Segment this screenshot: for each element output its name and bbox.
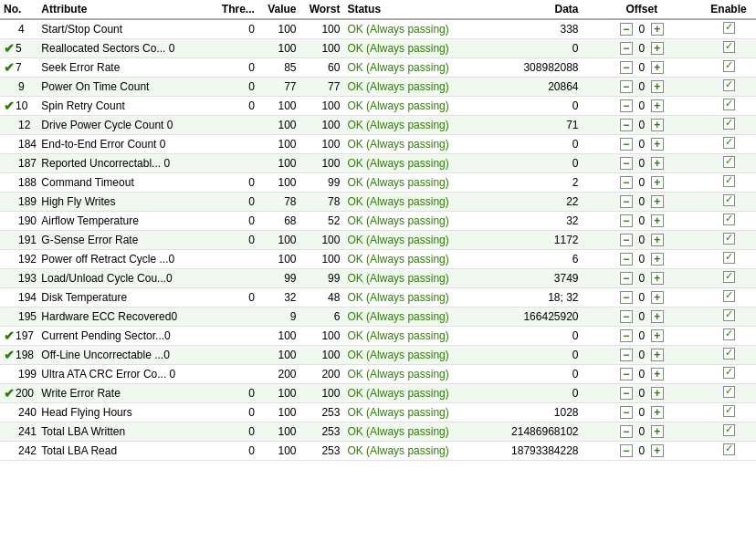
enable-checkbox[interactable] [723,443,735,455]
enable-checkbox[interactable] [723,233,735,245]
offset-minus-button[interactable]: − [620,195,633,208]
enable-checkbox[interactable] [723,99,735,110]
offset-minus-button[interactable]: − [620,119,633,131]
row-value: 77 [258,78,300,97]
offset-minus-button[interactable]: − [620,176,633,189]
offset-minus-button[interactable]: − [620,157,633,170]
row-number: 190 [4,214,37,227]
row-threshold: 0 [215,422,258,442]
table-row: ✔10Spin Retry Count0100100OK (Always pas… [0,97,756,116]
enable-checkbox[interactable] [723,156,735,168]
offset-minus-button[interactable]: − [620,349,633,361]
offset-plus-button[interactable]: + [651,272,664,285]
row-offset-cell: − 0 + [583,346,702,365]
offset-plus-button[interactable]: + [651,253,664,266]
row-attribute: Off-Line Uncorrectable ...0 [37,346,215,365]
offset-plus-button[interactable]: + [651,291,664,304]
offset-minus-button[interactable]: − [620,42,633,55]
enable-checkbox[interactable] [723,175,735,187]
row-worst: 48 [300,288,344,307]
offset-plus-button[interactable]: + [651,349,664,361]
enable-checkbox[interactable] [723,79,735,91]
offset-plus-button[interactable]: + [651,310,664,323]
row-offset-cell: − 0 + [583,97,702,116]
offset-minus-button[interactable]: − [620,444,633,457]
offset-plus-button[interactable]: + [651,119,664,131]
offset-plus-button[interactable]: + [651,99,664,112]
offset-plus-button[interactable]: + [651,80,664,93]
offset-plus-button[interactable]: + [651,234,664,246]
offset-plus-button[interactable]: + [651,42,664,55]
enable-checkbox[interactable] [723,348,735,360]
row-value: 78 [258,193,300,212]
row-data: 1028 [473,403,583,422]
offset-minus-button[interactable]: − [620,99,633,112]
offset-plus-button[interactable]: + [651,425,664,438]
offset-minus-button[interactable]: − [620,253,633,266]
offset-minus-button[interactable]: − [620,80,633,93]
row-number: 188 [4,176,37,189]
offset-minus-button[interactable]: − [620,138,633,151]
offset-plus-button[interactable]: + [651,444,664,457]
row-number: 9 [4,80,25,93]
enable-checkbox[interactable] [723,118,735,130]
offset-minus-button[interactable]: − [620,310,633,323]
offset-plus-button[interactable]: + [651,329,664,342]
offset-plus-button[interactable]: + [651,138,664,151]
offset-value: 0 [635,99,649,112]
row-number-cell: ✔197 [0,327,37,346]
offset-plus-button[interactable]: + [651,157,664,170]
enable-checkbox[interactable] [723,424,735,436]
offset-value: 0 [635,406,649,419]
offset-minus-button[interactable]: − [620,234,633,246]
row-data: 0 [473,39,583,58]
table-row: 240Head Flying Hours0100253OK (Always pa… [0,403,756,422]
enable-checkbox[interactable] [723,405,735,417]
offset-minus-button[interactable]: − [620,368,633,380]
table-row: 190Airflow Temperature06852OK (Always pa… [0,212,756,231]
enable-checkbox[interactable] [723,252,735,264]
enable-checkbox[interactable] [723,309,735,321]
offset-plus-button[interactable]: + [651,61,664,74]
table-row: 187Reported Uncorrectabl... 0100100OK (A… [0,154,756,173]
header-offset: Offset [583,0,702,19]
row-attribute: Write Error Rate [37,384,215,403]
row-status: OK (Always passing) [343,288,472,307]
enable-checkbox[interactable] [723,367,735,379]
offset-plus-button[interactable]: + [651,23,664,36]
enable-checkbox[interactable] [723,41,735,53]
offset-minus-button[interactable]: − [620,61,633,74]
offset-plus-button[interactable]: + [651,214,664,227]
enable-checkbox[interactable] [723,137,735,149]
offset-minus-button[interactable]: − [620,406,633,419]
offset-plus-button[interactable]: + [651,406,664,419]
row-number-cell: 189 [0,193,37,212]
enable-checkbox[interactable] [723,328,735,340]
enable-checkbox[interactable] [723,22,735,34]
offset-minus-button[interactable]: − [620,23,633,36]
enable-checkbox[interactable] [723,271,735,283]
enable-checkbox[interactable] [723,60,735,72]
offset-value: 0 [635,138,649,151]
offset-minus-button[interactable]: − [620,329,633,342]
offset-minus-button[interactable]: − [620,425,633,438]
offset-plus-button[interactable]: + [651,387,664,400]
offset-minus-button[interactable]: − [620,272,633,285]
enable-checkbox[interactable] [723,194,735,206]
enable-checkbox[interactable] [723,290,735,302]
row-enable-cell [701,19,756,39]
row-number: 4 [4,23,25,36]
row-status: OK (Always passing) [343,58,472,78]
offset-minus-button[interactable]: − [620,291,633,304]
table-row: 188Command Timeout010099OK (Always passi… [0,173,756,193]
enable-checkbox[interactable] [723,214,735,225]
offset-minus-button[interactable]: − [620,387,633,400]
enable-checkbox[interactable] [723,386,735,398]
header-status: Status [343,0,472,19]
offset-plus-button[interactable]: + [651,176,664,189]
offset-plus-button[interactable]: + [651,195,664,208]
row-status: OK (Always passing) [343,365,472,384]
offset-minus-button[interactable]: − [620,214,633,227]
offset-plus-button[interactable]: + [651,368,664,380]
row-enable-cell [701,97,756,116]
